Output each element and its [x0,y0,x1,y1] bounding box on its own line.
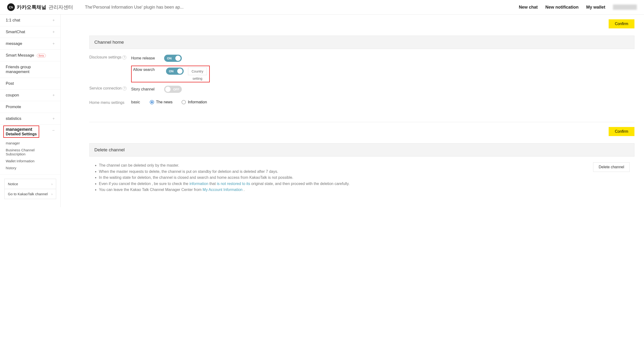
plus-icon: + [52,30,55,34]
radio-the-news[interactable]: The news [150,100,172,104]
story-channel-label: Story channel [131,87,160,91]
goto-label: Go to KakaoTalk channel [8,192,48,196]
sidebar-item-coupon[interactable]: coupon + [0,89,60,101]
main-content: Confirm Channel home Disclosure settings… [61,14,644,207]
sidebar-item-label: 1:1 chat [6,18,20,23]
sidebar-item-label: statistics [6,116,21,121]
sidebar-item-label: Smart Message [6,53,34,57]
toggle-state: OFF [173,88,180,91]
sidebar-item-label: Promote [6,104,21,109]
allow-search-highlight: Allow search ON Country setting [131,66,210,82]
breadcrumb: The'Personal Information Use' plugin has… [85,5,184,10]
subnav-business-subscription[interactable]: Business Channel Subscription [0,147,60,158]
sidebar-item-post[interactable]: Post [0,78,60,89]
sidebar-management-highlight: management Detailed Settings [3,126,39,138]
not-restored-link[interactable]: is not restored to its [217,182,250,186]
sidebar-item-message[interactable]: message + [0,38,60,50]
information-link[interactable]: information [190,182,208,186]
plus-icon: + [52,41,55,46]
toggle-knob [175,56,180,61]
sidebar-item-label: coupon [6,93,19,98]
logo-sub-text: 관리자센터 [48,4,73,10]
list-item: The channel can be deleted only by the m… [99,162,584,169]
sidebar-item-friendsgroup[interactable]: Friends group management [0,61,60,78]
sidebar-item-statistics[interactable]: statistics + [0,113,60,125]
sidebar-item-chat[interactable]: 1:1 chat + [0,14,60,26]
new-chat-link[interactable]: New chat [519,5,538,10]
delete-channel-header: Delete channel [89,143,634,157]
sidebar-item-label: SmartChat [6,29,25,34]
my-wallet-link[interactable]: My wallet [586,5,605,10]
subnav-wallet-info[interactable]: Wallet Information [0,158,60,164]
list-item: You can leave the Kakao Talk Channel Man… [99,187,584,193]
plus-icon: + [52,93,55,97]
help-icon[interactable]: ? [122,86,126,90]
toggle-knob [165,87,170,92]
notice-label: Notice [8,182,18,186]
home-release-label: Home release [131,56,160,60]
chevron-right-icon: › [51,192,52,196]
delete-channel-body: The channel can be deleted only by the m… [89,157,634,193]
radio-icon [182,100,186,104]
allow-search-label: Allow search [133,67,162,72]
sidebar: 1:1 chat + SmartChat + message + Smart M… [0,14,61,207]
header: Ch 카카오톡채널 관리자센터 The'Personal Information… [0,0,644,14]
sidebar-item-label: Friends group management [6,65,55,74]
sidebar-item-management[interactable]: management [6,127,37,132]
chevron-right-icon: › [51,182,52,186]
home-menu-settings-label: Home menu settings [89,100,131,105]
toggle-state: ON [167,56,172,60]
beta-badge: Beta [37,54,46,57]
country-setting-caption: setting [192,77,202,80]
help-icon[interactable]: ? [122,55,126,59]
list-item: Even if you cancel the deletion , be sur… [99,181,584,187]
radio-label: The news [156,100,172,104]
allow-search-toggle[interactable]: ON [166,67,184,75]
channel-home-body: Disclosure settings ? Home release ON Al… [89,49,634,120]
subnav-manager[interactable]: manager [0,140,60,147]
subnav-history[interactable]: history [0,164,60,171]
confirm-button[interactable]: Confirm [609,127,634,136]
sidebar-item-label: Post [6,81,14,86]
plus-icon: + [52,18,55,22]
logo-main-text: 카카오톡채널 [17,4,46,10]
user-info-redacted [613,4,637,10]
toggle-state: ON [169,69,174,73]
plus-icon: + [52,116,55,121]
sidebar-item-label: message [6,41,22,46]
minus-icon[interactable]: − [52,128,55,133]
toggle-knob [177,68,182,74]
subnav-detailed-settings[interactable]: Detailed Settings [6,132,37,136]
radio-information[interactable]: Information [182,100,207,104]
list-item: When the master requests to delete, the … [99,169,584,175]
list-item: In the waiting state for deletion, the c… [99,174,584,181]
channel-home-header: Channel home [89,35,634,49]
delete-info-list: The channel can be deleted only by the m… [94,162,584,193]
disclosure-settings-label: Disclosure settings ? [89,55,131,59]
home-release-toggle[interactable]: ON [164,55,182,62]
story-channel-toggle[interactable]: OFF [164,86,182,93]
confirm-button[interactable]: Confirm [609,19,634,28]
home-menu-value: basic [131,100,146,104]
sidebar-item-promote[interactable]: Promote [0,101,60,113]
goto-kakaotalk-button[interactable]: Go to KakaoTalk channel › [4,189,56,199]
sidebar-bottom: Notice › Go to KakaoTalk channel › [0,174,60,203]
radio-label: Information [188,100,207,104]
logo[interactable]: Ch 카카오톡채널 관리자센터 [7,3,73,11]
new-notification-link[interactable]: New notification [545,5,578,10]
header-right: New chat New notification My wallet [519,4,637,10]
service-connection-label: Service connection ? [89,86,131,90]
subnav: manager Business Channel Subscription Wa… [0,139,60,174]
my-account-link[interactable]: My Account Information [202,188,242,192]
sidebar-item-smartmessage[interactable]: Smart Message Beta [0,50,60,61]
country-setting-button[interactable]: Country [188,67,207,75]
logo-icon: Ch [7,3,15,11]
radio-icon [150,100,154,104]
delete-channel-button[interactable]: Delete channel [593,162,630,172]
sidebar-item-smartchat[interactable]: SmartChat + [0,26,60,38]
notice-button[interactable]: Notice › [4,179,56,189]
